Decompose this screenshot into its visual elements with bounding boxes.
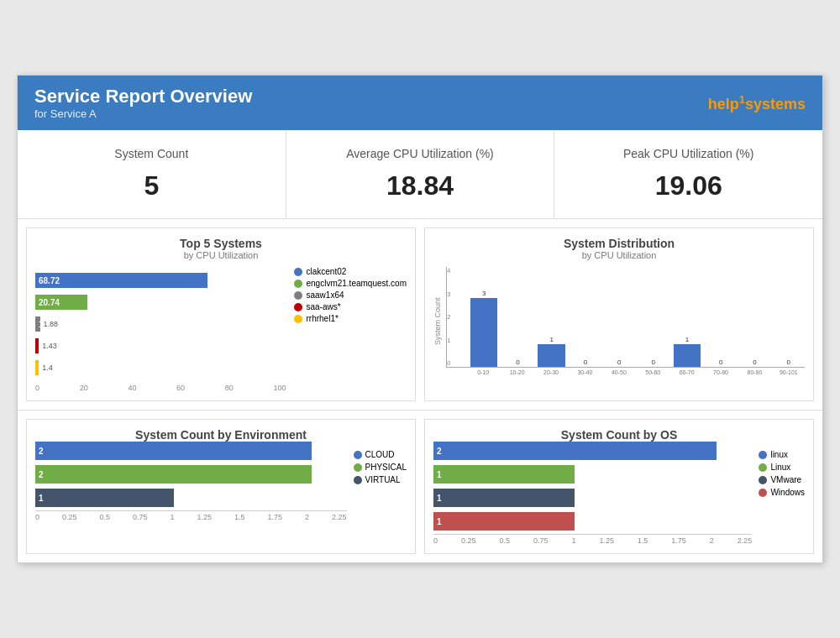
report-container: Service Report Overview for Service A he… <box>17 75 823 563</box>
report-title: Service Report Overview <box>34 86 252 107</box>
metric-avg-cpu-value: 18.84 <box>303 170 538 201</box>
top5-axis-label: 0 <box>35 384 39 392</box>
top5-bar-chart: 68.7220.741.881.881.431.431.41.4 <box>35 267 286 381</box>
hbar-axis-label: 0.25 <box>461 536 476 545</box>
hbar-axis-label: 0.75 <box>533 536 549 545</box>
top5-bars: 68.7220.741.881.881.431.431.41.4 0204060… <box>35 267 286 392</box>
top5-bar-value-label: 1.43 <box>42 342 57 350</box>
dist-bar-rect <box>470 298 498 368</box>
dist-x-label: 70-80 <box>705 369 737 375</box>
dist-bar-group: 1 <box>536 336 568 368</box>
dist-bar-group: 3 <box>468 290 500 368</box>
legend-label: clakcent02 <box>306 267 346 276</box>
hbar-axis-label: 2.25 <box>738 536 753 545</box>
top5-bar: 1.4 <box>35 360 39 375</box>
top5-panel: Top 5 Systems by CPU Utilization 68.7220… <box>26 227 416 401</box>
dist-bar-count: 3 <box>482 290 486 297</box>
top5-bar: 1.43 <box>35 338 39 353</box>
top5-axis-label: 80 <box>225 384 234 392</box>
dist-x-label: 80-90 <box>738 369 770 375</box>
charts-row-1: Top 5 Systems by CPU Utilization 68.7220… <box>18 219 822 411</box>
top5-wrapper: 68.7220.741.881.881.431.431.41.4 0204060… <box>35 267 407 392</box>
top5-bar-value-label: 1.88 <box>44 320 59 328</box>
top5-bar-row: 1.881.88 <box>35 315 286 333</box>
legend-item: Linux <box>759 463 805 472</box>
dist-x-label: 10-20 <box>501 369 533 375</box>
top5-axis-label: 20 <box>80 384 88 392</box>
legend-dot <box>294 291 302 300</box>
legend-dot <box>759 489 767 497</box>
top5-subtitle: by CPU Utilization <box>35 250 407 260</box>
env-title: System Count by Environment <box>35 428 407 442</box>
hbar-bar: 2 <box>35 465 312 484</box>
legend-dot <box>354 463 362 472</box>
dist-y-axis: 01234 <box>447 267 450 367</box>
report-header: Service Report Overview for Service A he… <box>18 76 822 130</box>
hbar-axis-label: 1.5 <box>234 513 245 521</box>
legend-item: linux <box>759 450 805 459</box>
metric-avg-cpu-label: Average CPU Utilization (%) <box>303 147 538 160</box>
legend-item: saaw1x64 <box>294 290 407 300</box>
hbar-row: 1 <box>35 489 347 507</box>
dist-x-label: 40-50 <box>603 369 635 375</box>
dist-bar-count: 0 <box>753 358 756 366</box>
dist-panel: System Distribution by CPU Utilization S… <box>424 227 814 401</box>
legend-label: PHYSICAL <box>365 463 407 472</box>
dist-x-label: 60-70 <box>670 369 702 375</box>
legend-dot <box>759 476 767 484</box>
top5-bar: 1.88 <box>35 316 40 332</box>
legend-label: linux <box>770 450 788 459</box>
legend-dot <box>294 315 302 323</box>
dist-bar-rect <box>538 344 565 368</box>
legend-item: PHYSICAL <box>354 463 407 472</box>
metric-system-count: System Count 5 <box>18 130 286 218</box>
dist-y-label: System Count <box>433 267 442 375</box>
dist-bar-group: 0 <box>705 358 737 367</box>
top5-legend: clakcent02engclvm21.teamquest.comsaaw1x6… <box>294 267 407 323</box>
legend-item: Windows <box>759 488 805 497</box>
legend-item: VIRTUAL <box>354 475 407 484</box>
hbar-axis-label: 2 <box>710 536 714 545</box>
metric-peak-cpu: Peak CPU Utilization (%) 19.06 <box>554 130 822 218</box>
charts-row-2: System Count by Environment 221 00.250.5… <box>18 411 822 562</box>
dist-bar-group: 0 <box>738 358 770 367</box>
legend-label: saaw1x64 <box>306 290 344 300</box>
dist-y-tick: 2 <box>447 313 450 321</box>
legend-dot <box>759 451 767 459</box>
legend-dot <box>354 451 362 459</box>
header-title-block: Service Report Overview for Service A <box>34 86 252 120</box>
legend-dot <box>294 268 302 276</box>
metrics-row: System Count 5 Average CPU Utilization (… <box>18 130 822 219</box>
top5-axis-label: 100 <box>273 384 286 392</box>
os-panel: System Count by OS 2111 00.250.50.7511.2… <box>424 419 814 554</box>
top5-bar-value-label: 1.4 <box>42 363 53 372</box>
hbar-axis-label: 1.75 <box>671 536 686 545</box>
logo-suffix: systems <box>745 96 806 112</box>
dist-bar-count: 0 <box>584 358 587 366</box>
hbar-axis-label: 1.25 <box>599 536 614 545</box>
hbar-row: 2 <box>433 442 752 460</box>
env-axis: 00.250.50.7511.251.51.7522.25 <box>35 510 347 521</box>
legend-label: Windows <box>770 488 805 497</box>
legend-label: VIRTUAL <box>365 475 401 484</box>
dist-bar-group: 1 <box>671 336 703 368</box>
hbar-axis-label: 0.5 <box>99 513 110 521</box>
dist-bar-count: 0 <box>787 358 790 366</box>
top5-bar: 20.74 <box>35 295 87 310</box>
dist-bar-chart: 01234 3010001000 <box>446 267 805 368</box>
env-chart-inner: 221 00.250.50.7511.251.51.7522.25 CLOUDP… <box>35 442 407 521</box>
top5-axis: 020406080100 <box>35 384 286 392</box>
dist-bar-group: 0 <box>603 358 635 367</box>
hbar-row: 2 <box>35 465 347 484</box>
legend-item: clakcent02 <box>294 267 407 276</box>
dist-title: System Distribution <box>433 237 805 250</box>
hbar-axis-label: 1 <box>170 513 174 521</box>
dist-bar-group: 0 <box>773 358 805 367</box>
dist-x-label: 30-40 <box>569 369 601 375</box>
dist-x-label: 20-30 <box>535 369 567 375</box>
os-title: System Count by OS <box>433 428 805 442</box>
dist-y-tick: 4 <box>447 267 450 275</box>
hbar-row: 2 <box>35 442 347 460</box>
legend-item: engclvm21.teamquest.com <box>294 279 407 288</box>
os-bars: 2111 <box>433 442 752 531</box>
